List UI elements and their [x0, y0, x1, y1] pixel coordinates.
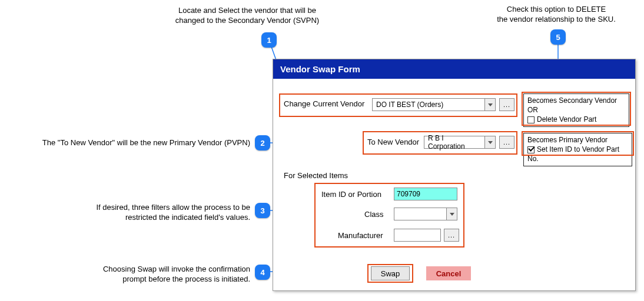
vendor-swap-form-window: Vendor Swap Form Change Current Vendor D…: [273, 59, 636, 291]
set-item-id-label: Set Item ID to Vendor Part No.: [527, 145, 619, 163]
window-title: Vendor Swap Form: [273, 59, 635, 79]
change-current-vendor-select[interactable]: DO IT BEST (Orders): [372, 98, 496, 111]
callout-5-bubble: 5: [550, 29, 566, 45]
chevron-down-icon[interactable]: [484, 99, 495, 111]
to-new-vendor-value: R B I Corporation: [424, 136, 484, 148]
change-current-vendor-label: Change Current Vendor: [284, 99, 364, 108]
item-id-label: Item ID or Portion: [321, 190, 381, 199]
becomes-primary-line1: Becomes Primary Vendor: [527, 135, 628, 145]
callout-1-text: Locate and Select the vendor that will b…: [144, 6, 350, 26]
callout-4-text: Choosing Swap will invoke the confirmati…: [62, 265, 250, 285]
delete-vendor-part-checkbox[interactable]: [527, 116, 535, 123]
delete-vendor-part-label: Delete Vendor Part: [537, 115, 596, 123]
becomes-secondary-info: Becomes Secondary Vendor OR Delete Vendo…: [523, 93, 629, 127]
to-new-vendor-select[interactable]: R B I Corporation: [424, 136, 496, 149]
chevron-down-icon[interactable]: [484, 136, 495, 148]
manufacturer-input[interactable]: [394, 229, 441, 242]
to-new-vendor-lookup-button[interactable]: ...: [499, 136, 514, 149]
callout-3-bubble: 3: [255, 203, 270, 218]
class-select[interactable]: [394, 208, 457, 220]
change-current-vendor-value: DO IT BEST (Orders): [373, 99, 484, 111]
callout-2-text: The "To New Vendor" will be the new Prim…: [32, 138, 250, 148]
chevron-down-icon[interactable]: [446, 208, 457, 220]
item-id-input[interactable]: [394, 188, 457, 200]
cancel-button[interactable]: Cancel: [426, 266, 471, 280]
callout-1-bubble: 1: [261, 32, 277, 48]
change-current-vendor-lookup-button[interactable]: ...: [499, 98, 514, 111]
class-label: Class: [364, 210, 384, 219]
callout-2-bubble: 2: [255, 135, 270, 150]
to-new-vendor-label: To New Vendor: [367, 138, 419, 146]
swap-button[interactable]: Swap: [371, 266, 410, 280]
manufacturer-lookup-button[interactable]: ...: [444, 229, 459, 242]
becomes-primary-info: Becomes Primary Vendor Set Item ID to Ve…: [523, 133, 632, 166]
manufacturer-label: Manufacturer: [338, 231, 383, 240]
callout-4-bubble: 4: [255, 265, 270, 280]
callout-5-text: Check this option to DELETEthe vendor re…: [477, 5, 636, 25]
callout-3-text: If desired, three filters allow the proc…: [56, 203, 250, 223]
set-item-id-checkbox[interactable]: [527, 146, 535, 153]
becomes-secondary-line1: Becomes Secondary Vendor: [527, 96, 625, 105]
becomes-secondary-line2: OR: [527, 105, 625, 115]
for-selected-items-label: For Selected Items: [284, 171, 348, 180]
